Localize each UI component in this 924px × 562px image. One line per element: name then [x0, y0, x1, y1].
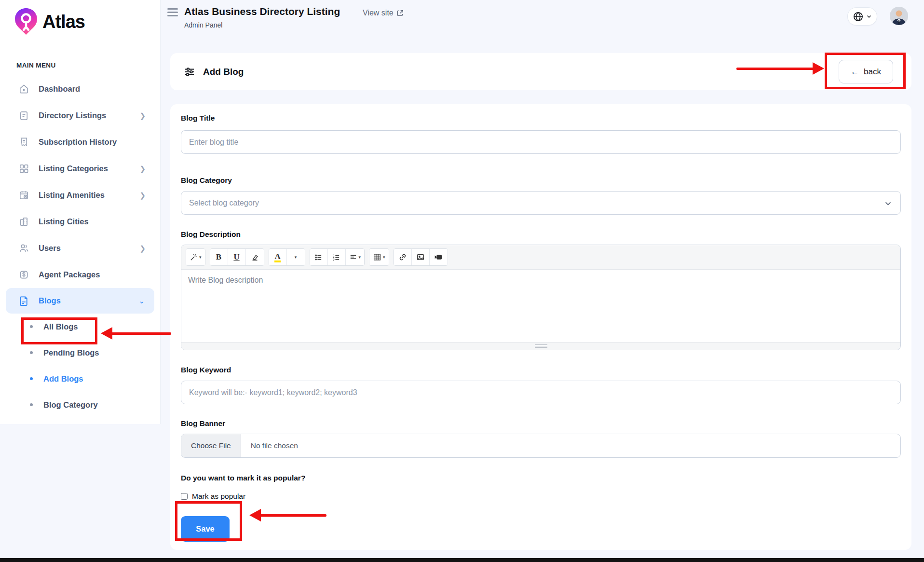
chevron-right-icon: ❯	[139, 244, 146, 253]
chevron-right-icon: ❯	[139, 111, 146, 120]
caret-down-icon: ▾	[295, 255, 297, 260]
sidebar-item-label: Blogs	[39, 296, 61, 305]
blog-keyword-label: Blog Keyword	[181, 366, 901, 374]
save-button[interactable]: Save	[181, 516, 230, 542]
blog-description-editable[interactable]: Write Blog description	[181, 270, 900, 342]
brand-name: Atlas	[42, 12, 85, 32]
globe-icon	[853, 11, 864, 22]
chevron-right-icon: ❯	[139, 191, 146, 200]
chevron-right-icon: ❯	[139, 164, 146, 173]
calendar-plus-icon	[17, 189, 30, 202]
language-selector[interactable]	[847, 7, 877, 26]
avatar-photo	[890, 7, 908, 25]
mark-popular-label: Mark as popular	[192, 492, 245, 501]
sidebar-nav: Dashboard Directory Listings ❯ Subscript…	[0, 76, 160, 418]
table-button[interactable]: ▾	[369, 249, 389, 265]
unordered-list-button[interactable]	[310, 249, 328, 265]
back-button[interactable]: ← back	[839, 60, 893, 83]
font-color-button[interactable]: A	[269, 249, 287, 265]
sidebar-subitem-label: Pending Blogs	[43, 348, 99, 357]
caret-down-icon: ▾	[359, 255, 361, 260]
view-site-label: View site	[363, 9, 394, 17]
file-status-text: No file chosen	[241, 441, 298, 450]
blog-category-select[interactable]	[181, 191, 901, 215]
sidebar-item-blogs[interactable]: Blogs ⌄	[6, 288, 154, 314]
clipboard-icon	[17, 110, 30, 122]
sidebar-item-label: Listing Amenities	[39, 191, 105, 200]
building-icon	[17, 216, 30, 228]
underline-button[interactable]: U	[228, 249, 246, 265]
chevron-down-icon	[884, 199, 892, 207]
bullet-icon	[30, 403, 33, 406]
sidebar-item-agent-packages[interactable]: Agent Packages	[0, 261, 160, 288]
caret-down-icon: ▾	[199, 255, 202, 260]
sidebar-item-label: Listing Categories	[39, 164, 108, 173]
blog-banner-file-input[interactable]: Choose File No file chosen	[181, 434, 901, 458]
menu-toggle-icon[interactable]	[167, 8, 178, 18]
receipt-icon	[17, 136, 30, 149]
sidebar-item-listing-cities[interactable]: Listing Cities	[0, 208, 160, 235]
page-title: Atlas Business Directory Listing	[184, 6, 340, 17]
bullet-icon	[30, 351, 33, 354]
atlas-pin-icon	[13, 7, 40, 37]
popular-question: Do you want to mark it as popular?	[181, 474, 901, 482]
blog-title-label: Blog Title	[181, 114, 901, 123]
blog-document-icon	[17, 295, 30, 307]
blog-banner-label: Blog Banner	[181, 419, 901, 428]
resize-grip-icon	[535, 343, 547, 349]
sidebar: Atlas MAIN MENU Dashboard Directory List…	[0, 0, 161, 424]
users-icon	[17, 242, 30, 255]
sidebar-item-listing-categories[interactable]: Listing Categories ❯	[0, 155, 160, 182]
bullet-icon	[30, 377, 33, 380]
mark-popular-checkbox[interactable]	[181, 493, 188, 500]
sidebar-subitem-all-blogs[interactable]: All Blogs	[0, 314, 160, 340]
insert-image-button[interactable]	[412, 249, 430, 265]
editor-resize-bar[interactable]	[181, 342, 900, 350]
sidebar-section-title: MAIN MENU	[16, 62, 160, 69]
font-color-caret-button[interactable]: ▾	[287, 249, 305, 265]
blog-keyword-input[interactable]	[181, 381, 901, 404]
insert-video-button[interactable]	[430, 249, 448, 265]
bold-button[interactable]: B	[210, 249, 228, 265]
sidebar-item-label: Directory Listings	[39, 111, 106, 120]
sidebar-item-dashboard[interactable]: Dashboard	[0, 76, 160, 102]
blog-title-input[interactable]	[181, 130, 901, 154]
caret-down-icon: ▾	[383, 255, 385, 260]
add-blog-form-card: Blog Title Blog Category Blog Descriptio…	[170, 104, 911, 550]
card-title: Add Blog	[203, 67, 244, 77]
sidebar-subitem-blog-category[interactable]: Blog Category	[0, 392, 160, 418]
chevron-down-icon: ⌄	[138, 297, 145, 305]
sidebar-item-label: Dashboard	[39, 84, 80, 94]
sidebar-subitem-pending-blogs[interactable]: Pending Blogs	[0, 340, 160, 366]
home-icon	[17, 83, 30, 96]
sidebar-subitem-label: All Blogs	[43, 322, 78, 331]
rich-text-editor: ▾ B U A ▾	[181, 245, 901, 350]
link-button[interactable]	[394, 249, 412, 265]
sidebar-item-label: Users	[39, 244, 61, 253]
sidebar-subitem-add-blogs[interactable]: Add Blogs	[0, 366, 160, 392]
sidebar-subitem-label: Blog Category	[43, 400, 98, 410]
ordered-list-button[interactable]	[328, 249, 346, 265]
back-arrow-icon: ←	[851, 67, 859, 77]
eraser-button[interactable]	[246, 249, 264, 265]
sidebar-item-label: Listing Cities	[39, 217, 89, 226]
filters-icon	[184, 66, 195, 78]
view-site-link[interactable]: View site	[363, 9, 404, 17]
editor-toolbar: ▾ B U A ▾	[181, 245, 900, 270]
chevron-down-icon	[866, 14, 872, 19]
sidebar-subitem-label: Add Blogs	[43, 374, 83, 384]
sidebar-item-label: Subscription History	[39, 137, 117, 147]
sidebar-item-listing-amenities[interactable]: Listing Amenities ❯	[0, 182, 160, 208]
back-label: back	[864, 67, 881, 77]
paragraph-align-button[interactable]: ▾	[346, 249, 365, 265]
add-blog-header-card: Add Blog ← back	[170, 53, 911, 90]
magic-style-button[interactable]: ▾	[186, 249, 205, 265]
user-avatar[interactable]	[890, 7, 908, 25]
brand-logo[interactable]: Atlas	[0, 0, 160, 37]
page-subtitle: Admin Panel	[184, 21, 222, 29]
choose-file-button[interactable]: Choose File	[181, 434, 241, 457]
sidebar-item-users[interactable]: Users ❯	[0, 235, 160, 261]
sidebar-item-subscription-history[interactable]: Subscription History	[0, 129, 160, 155]
sidebar-item-directory-listings[interactable]: Directory Listings ❯	[0, 102, 160, 129]
blog-category-label: Blog Category	[181, 176, 901, 185]
